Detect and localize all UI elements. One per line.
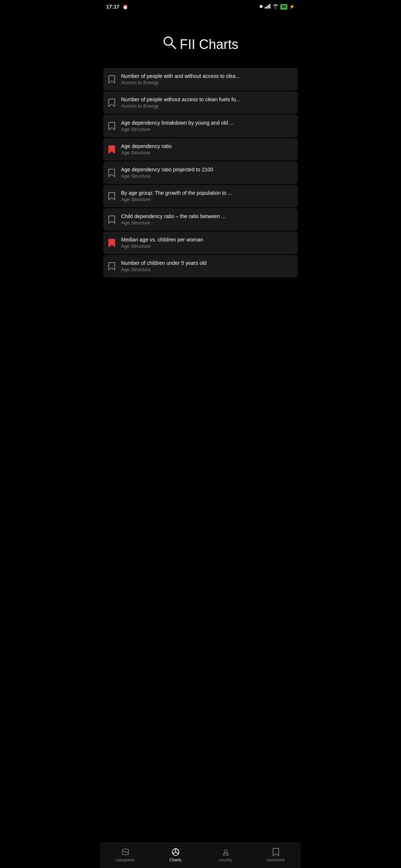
bookmark-icon-3[interactable] (108, 145, 116, 154)
item-text: Number of children under 5 years old Age… (121, 260, 293, 272)
bookmark-icon-7[interactable] (108, 238, 116, 248)
item-title: Number of people without access to clean… (121, 96, 293, 102)
page-title: FII Charts (163, 36, 238, 53)
bookmark-icon-5[interactable] (108, 191, 116, 201)
battery-icon: 99 (280, 4, 287, 10)
item-title: Age dependency breakdown by young and ol… (121, 120, 293, 126)
list-item[interactable]: Age dependency ratio Age Structure (103, 138, 298, 161)
list-item[interactable]: Number of people without access to clean… (103, 91, 298, 114)
item-subtitle: Age Structure (121, 173, 293, 179)
bookmark-icon-6[interactable] (108, 215, 116, 224)
status-time: 17:17 ⏰ (106, 4, 128, 10)
item-title: Age dependency ratio (121, 143, 293, 149)
status-icons: ✱ 99 ⚡ (259, 4, 295, 10)
charts-list: Number of people with and without access… (100, 68, 301, 278)
content-area: Number of people with and without access… (100, 68, 301, 323)
search-icon (163, 36, 177, 53)
bluetooth-icon: ✱ (259, 4, 263, 9)
item-text: Number of people with and without access… (121, 73, 293, 85)
charging-icon: ⚡ (289, 4, 295, 9)
item-subtitle: Age Structure (121, 126, 293, 132)
bookmark-icon-1[interactable] (108, 98, 116, 108)
item-subtitle: Age Structure (121, 267, 293, 272)
signal-icon (265, 4, 271, 10)
bookmark-nav-icon (271, 848, 280, 857)
svg-line-5 (171, 44, 176, 49)
alarm-icon: ⏰ (123, 4, 128, 10)
item-title: Number of people with and without access… (121, 73, 293, 79)
bookmark-icon-0[interactable] (108, 75, 116, 84)
categories-label: categories (116, 858, 135, 862)
list-item[interactable]: By age group: The growth of the populati… (103, 185, 298, 207)
nav-bookmark[interactable]: bookmark (251, 846, 301, 864)
list-item[interactable]: Number of people with and without access… (103, 68, 298, 91)
item-text: By age group: The growth of the populati… (121, 190, 293, 202)
item-title: Age dependency ratio projected to 2100 (121, 167, 293, 172)
item-text: Median age vs. children per woman Age St… (121, 237, 293, 249)
svg-rect-2 (268, 5, 269, 9)
status-bar: 17:17 ⏰ ✱ 99 ⚡ (100, 0, 301, 13)
nav-charts[interactable]: Charts (150, 846, 200, 864)
list-item[interactable]: Age dependency breakdown by young and ol… (103, 115, 298, 137)
svg-rect-0 (265, 7, 266, 9)
charts-icon (171, 848, 180, 857)
item-title: By age group: The growth of the populati… (121, 190, 293, 196)
list-item[interactable]: Median age vs. children per woman Age St… (103, 231, 298, 254)
categories-icon (121, 848, 130, 857)
wifi-icon (273, 4, 278, 10)
item-subtitle: Age Structure (121, 220, 293, 226)
nav-categories[interactable]: categories (100, 846, 150, 864)
bottom-nav: categories Charts country (100, 843, 301, 868)
svg-rect-1 (266, 6, 267, 9)
item-subtitle: Access to Energy (121, 103, 293, 109)
item-subtitle: Age Structure (121, 197, 293, 202)
bookmark-icon-2[interactable] (108, 121, 116, 131)
item-title: Median age vs. children per woman (121, 237, 293, 243)
item-title: Child dependency ratio – the ratio betwe… (121, 213, 293, 219)
svg-rect-3 (269, 4, 270, 9)
country-label: country (219, 858, 232, 862)
svg-point-7 (224, 850, 227, 853)
nav-country[interactable]: country (200, 846, 251, 864)
item-title: Number of children under 5 years old (121, 260, 293, 266)
header-area: FII Charts (100, 13, 301, 68)
item-text: Age dependency breakdown by young and ol… (121, 120, 293, 132)
bookmark-icon-8[interactable] (108, 262, 116, 271)
item-text: Number of people without access to clean… (121, 96, 293, 109)
app-title: FII Charts (180, 37, 238, 52)
bookmark-label: bookmark (267, 858, 284, 862)
item-subtitle: Age Structure (121, 243, 293, 249)
list-item[interactable]: Age dependency ratio projected to 2100 A… (103, 161, 298, 184)
list-item[interactable]: Child dependency ratio – the ratio betwe… (103, 208, 298, 231)
bookmark-icon-4[interactable] (108, 168, 116, 178)
item-subtitle: Access to Energy (121, 80, 293, 85)
item-text: Age dependency ratio projected to 2100 A… (121, 167, 293, 179)
list-item[interactable]: Number of children under 5 years old Age… (103, 255, 298, 277)
item-subtitle: Age Structure (121, 150, 293, 155)
item-text: Child dependency ratio – the ratio betwe… (121, 213, 293, 226)
country-icon (221, 848, 230, 857)
charts-label: Charts (169, 858, 181, 862)
item-text: Age dependency ratio Age Structure (121, 143, 293, 155)
